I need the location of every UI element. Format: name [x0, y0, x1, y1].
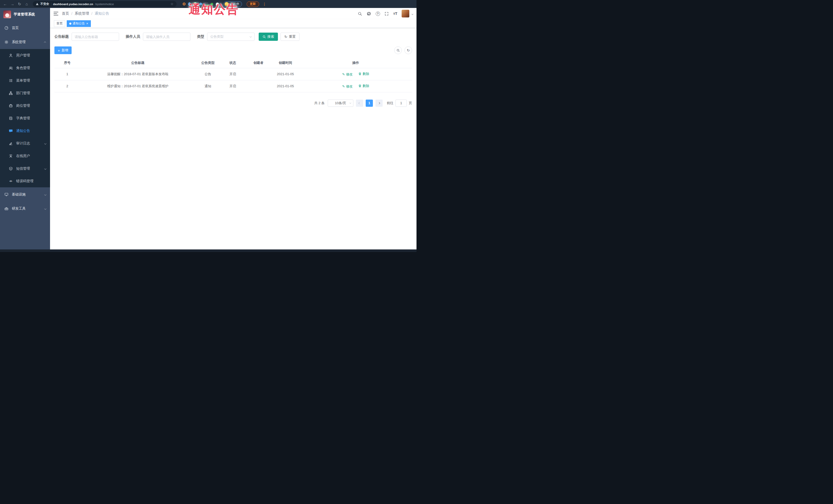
sidebar-item-department-management[interactable]: 部门管理 — [0, 87, 50, 99]
extension-green-check-icon[interactable]: V — [193, 2, 197, 6]
breadcrumb-system[interactable]: 系统管理 — [75, 11, 89, 16]
browser-profile-paused-badge[interactable]: 已暂停 — [223, 1, 242, 7]
extension-green-sprout-icon[interactable] — [210, 2, 214, 6]
sidebar-item-label: 在线用户 — [16, 154, 30, 158]
browser-update-button[interactable]: 更新 — [246, 1, 259, 7]
sidebar-item-notice-announcement[interactable]: 通知公告 — [0, 124, 50, 137]
cell-creator — [245, 68, 271, 80]
sidebar-item-error-code-management[interactable]: </> 错误码管理 — [0, 175, 50, 187]
sidebar-item-role-management[interactable]: 角色管理 — [0, 62, 50, 74]
update-label: 更新 — [250, 2, 256, 6]
browser-menu-dots-icon[interactable]: ⋮ — [263, 2, 266, 6]
user-avatar[interactable] — [402, 10, 409, 18]
sidebar-item-infrastructure[interactable]: 基础设施 — [0, 187, 50, 201]
tag-close-icon[interactable]: × — [86, 22, 88, 25]
extension-white-ghost-icon[interactable] — [216, 3, 219, 6]
cell-no: 2 — [54, 80, 80, 92]
tag-home[interactable]: 首页 — [54, 20, 65, 27]
sidebar-item-label: 角色管理 — [16, 66, 30, 70]
browser-home-icon[interactable]: ⌂ — [24, 0, 29, 8]
page-size-select[interactable]: 10条/页 — [328, 100, 353, 107]
cell-actions: ✎ 修改 删除 — [299, 80, 412, 92]
chevron-down-icon — [44, 207, 46, 211]
breadcrumb-home[interactable]: 首页 — [62, 11, 69, 16]
help-icon[interactable]: ? — [376, 11, 380, 16]
address-bar[interactable]: 不安全 dashboard.yudao.iocoder.cn /system/n… — [33, 1, 176, 7]
sidebar-item-post-management[interactable]: 岗位管理 — [0, 99, 50, 112]
sidebar-item-dict-management[interactable]: 字典管理 — [0, 112, 50, 124]
message-bubble-icon — [8, 128, 13, 133]
extension-switch-on-icon[interactable]: on — [205, 3, 208, 6]
tag-label: 首页 — [56, 21, 63, 26]
add-button[interactable]: + 新增 — [54, 46, 72, 54]
plus-icon: + — [58, 48, 60, 52]
add-button-label: 新增 — [62, 48, 68, 53]
sidebar-item-label: 岗位管理 — [16, 103, 30, 108]
prev-page-button[interactable] — [356, 100, 363, 107]
column-header-creator: 创建者 — [245, 58, 271, 68]
sidebar-item-label: 用户管理 — [16, 53, 30, 58]
operator-label: 操作人员 — [126, 34, 140, 39]
bookmark-star-icon[interactable]: ☆ — [170, 2, 173, 6]
sidebar-item-label: 首页 — [12, 26, 19, 30]
column-header-no: 序号 — [54, 58, 80, 68]
edit-link-label: 修改 — [346, 72, 353, 77]
goto-page-input[interactable] — [396, 100, 407, 107]
sidebar-item-label: 字典管理 — [16, 116, 30, 121]
browser-back-icon[interactable]: ← — [3, 0, 8, 8]
reset-button[interactable]: ↻ 重置 — [281, 32, 300, 41]
chevron-down-icon — [249, 35, 252, 38]
sidebar-item-user-management[interactable]: 用户管理 — [0, 49, 50, 62]
sidebar-item-dev-tools[interactable]: 研发工具 — [0, 201, 50, 216]
app-logo-row[interactable]: 芋道管理系统 — [0, 8, 50, 21]
table-row: 1 温馨提醒：2018-07-01 若依新版本发布啦 公告 开启 2021-01… — [54, 68, 412, 80]
edit-link[interactable]: ✎ 修改 — [342, 84, 353, 89]
breadcrumb: 首页 / 系统管理 / 通知公告 — [62, 11, 109, 16]
notice-title-input[interactable] — [72, 32, 119, 41]
sidebar-item-home[interactable]: 首页 — [0, 21, 50, 35]
not-secure-warning-icon — [36, 3, 39, 5]
paused-label: 已暂停 — [230, 2, 239, 6]
next-page-button[interactable] — [376, 100, 383, 107]
delete-link-label: 删除 — [363, 72, 369, 76]
delete-link[interactable]: 删除 — [358, 83, 369, 88]
fullscreen-icon[interactable] — [384, 11, 389, 16]
font-size-icon[interactable]: тT — [394, 11, 397, 16]
app-logo — [3, 10, 11, 18]
extension-blue-gem-icon[interactable] — [199, 2, 203, 6]
cell-type: 公告 — [195, 68, 220, 80]
extension-icons: V on — [183, 2, 219, 6]
tag-notice-announcement[interactable]: 通知公告 × — [67, 20, 91, 27]
search-button[interactable]: 搜索 — [259, 32, 278, 41]
goto-label: 前往 — [387, 101, 394, 105]
browser-reload-icon[interactable]: ↻ — [17, 0, 22, 8]
table-tools: ↻ — [394, 46, 412, 54]
sidebar-item-online-users[interactable]: 在线用户 — [0, 150, 50, 162]
sidebar-menu: 首页 系统管理 用户管理 — [0, 21, 50, 249]
extension-orange-ring-icon[interactable] — [183, 3, 186, 5]
sidebar-item-menu-management[interactable]: 菜单管理 — [0, 74, 50, 87]
extension-blue-pin-icon[interactable] — [188, 2, 191, 6]
reset-button-label: 重置 — [289, 34, 295, 39]
notice-type-select[interactable]: 公告类型 — [207, 32, 255, 41]
monitor-icon — [4, 192, 8, 197]
toggle-search-button[interactable] — [394, 46, 402, 54]
sidebar-item-sms-management[interactable]: 短信管理 — [0, 162, 50, 175]
sidebar-item-system-management[interactable]: 系统管理 — [0, 35, 50, 49]
column-header-created: 创建时间 — [271, 58, 299, 68]
notice-table: 序号 公告标题 公告类型 状态 创建者 创建时间 操作 1 温馨提醒：2018- — [54, 58, 412, 92]
browser-forward-icon[interactable]: → — [10, 0, 15, 8]
github-icon[interactable] — [367, 11, 371, 16]
sidebar-toggle-icon[interactable] — [54, 12, 58, 16]
briefcase-icon — [8, 103, 13, 108]
search-icon[interactable] — [358, 11, 362, 16]
operator-input[interactable] — [143, 32, 190, 41]
edit-link[interactable]: ✎ 修改 — [342, 72, 353, 77]
page-number-1[interactable]: 1 — [366, 100, 373, 107]
refresh-table-button[interactable]: ↻ — [404, 46, 412, 54]
delete-link[interactable]: 删除 — [358, 72, 369, 76]
edit-link-label: 修改 — [346, 84, 353, 89]
sidebar-item-label: 部门管理 — [16, 91, 30, 95]
avatar-caret-icon[interactable] — [412, 11, 413, 16]
sidebar-item-audit-log[interactable]: 审计日志 — [0, 137, 50, 150]
